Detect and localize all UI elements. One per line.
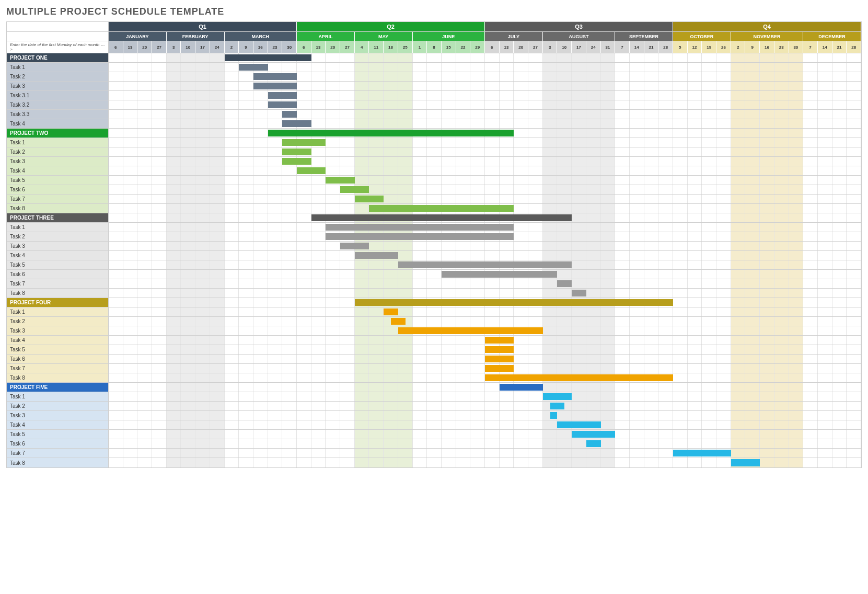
grid-cell[interactable] [369, 402, 384, 410]
grid-cell[interactable] [789, 270, 804, 279]
grid-cell[interactable] [109, 204, 123, 213]
grid-cell[interactable] [586, 110, 601, 119]
grid-cell[interactable] [615, 204, 630, 213]
grid-cell[interactable] [456, 110, 471, 119]
grid-cell[interactable] [152, 317, 167, 326]
grid-cell[interactable] [239, 242, 253, 250]
week-number-cell[interactable]: 22 [456, 41, 471, 53]
grid-cell[interactable] [152, 110, 167, 119]
grid-cell[interactable] [167, 204, 181, 213]
grid-cell[interactable] [818, 289, 832, 298]
grid-cell[interactable] [326, 147, 340, 156]
grid-cell[interactable] [803, 355, 818, 363]
grid-cell[interactable] [644, 364, 659, 373]
week-number-cell[interactable]: 17 [572, 41, 586, 53]
week-number-cell[interactable]: 17 [195, 41, 210, 53]
grid-cell[interactable] [760, 157, 774, 166]
grid-cell[interactable] [630, 336, 644, 345]
grid-cell[interactable] [326, 270, 340, 279]
grid-cell[interactable] [109, 411, 123, 420]
grid-cell[interactable] [369, 383, 384, 392]
grid-cell[interactable] [514, 242, 528, 250]
grid-cell[interactable] [702, 204, 716, 213]
grid-cell[interactable] [543, 307, 558, 316]
grid-cell[interactable] [268, 242, 283, 250]
grid-cell[interactable] [311, 458, 326, 467]
grid-cell[interactable] [601, 383, 616, 392]
grid-cell[interactable] [355, 82, 369, 90]
grid-cell[interactable] [789, 213, 804, 222]
grid-cell[interactable] [789, 166, 804, 175]
grid-cell[interactable] [760, 355, 774, 363]
grid-cell[interactable] [456, 383, 471, 392]
grid-cell[interactable] [702, 223, 716, 232]
grid-cell[interactable] [167, 270, 181, 279]
grid-cell[interactable] [528, 100, 543, 109]
grid-cell[interactable] [427, 364, 442, 373]
week-number-cell[interactable]: 18 [384, 41, 398, 53]
grid-cell[interactable] [557, 336, 572, 345]
grid-cell[interactable] [326, 364, 340, 373]
grid-cell[interactable] [832, 298, 847, 307]
grid-cell[interactable] [485, 317, 500, 326]
grid-cell[interactable] [181, 430, 195, 439]
grid-cell[interactable] [137, 251, 152, 260]
grid-cell[interactable] [282, 449, 297, 458]
grid-cell[interactable] [225, 289, 239, 298]
grid-cell[interactable] [658, 355, 673, 363]
grid-cell[interactable] [615, 279, 630, 288]
grid-cell[interactable] [586, 307, 601, 316]
grid-cell[interactable] [253, 129, 268, 138]
grid-cell[interactable] [398, 430, 413, 439]
grid-cell[interactable] [181, 157, 195, 166]
grid-cell[interactable] [282, 430, 297, 439]
grid-cell[interactable] [774, 166, 789, 175]
grid-cell[interactable] [832, 232, 847, 241]
grid-cell[interactable] [789, 449, 804, 458]
grid-cell[interactable] [442, 279, 456, 288]
grid-cell[interactable] [442, 430, 456, 439]
grid-cell[interactable] [615, 82, 630, 90]
grid-cell[interactable] [774, 439, 789, 448]
grid-cell[interactable] [152, 411, 167, 420]
grid-cell[interactable] [355, 364, 369, 373]
grid-cell[interactable] [688, 185, 702, 194]
grid-cell[interactable] [760, 289, 774, 298]
week-number-cell[interactable]: 2 [225, 41, 239, 53]
grid-cell[interactable] [340, 279, 355, 288]
grid-cell[interactable] [789, 251, 804, 260]
grid-cell[interactable] [485, 119, 500, 128]
grid-cell[interactable] [832, 355, 847, 363]
grid-cell[interactable] [427, 430, 442, 439]
grid-cell[interactable] [398, 402, 413, 410]
grid-cell[interactable] [152, 345, 167, 354]
grid-cell[interactable] [326, 345, 340, 354]
grid-cell[interactable] [601, 289, 616, 298]
grid-cell[interactable] [326, 53, 340, 62]
grid-cell[interactable] [167, 317, 181, 326]
grid-cell[interactable] [832, 345, 847, 354]
grid-cell[interactable] [268, 119, 283, 128]
grid-cell[interactable] [282, 289, 297, 298]
grid-cell[interactable] [774, 270, 789, 279]
grid-cell[interactable] [413, 402, 427, 410]
grid-cell[interactable] [123, 119, 138, 128]
grid-cell[interactable] [716, 119, 731, 128]
grid-cell[interactable] [514, 72, 528, 81]
grid-cell[interactable] [644, 72, 659, 81]
grid-cell[interactable] [586, 336, 601, 345]
grid-cell[interactable] [832, 166, 847, 175]
grid-cell[interactable] [297, 336, 311, 345]
grid-cell[interactable] [427, 100, 442, 109]
grid-cell[interactable] [456, 138, 471, 147]
grid-cell[interactable] [702, 392, 716, 401]
grid-cell[interactable] [282, 336, 297, 345]
grid-cell[interactable] [427, 439, 442, 448]
grid-cell[interactable] [586, 458, 601, 467]
grid-cell[interactable] [340, 317, 355, 326]
grid-cell[interactable] [326, 411, 340, 420]
grid-cell[interactable] [210, 204, 225, 213]
grid-cell[interactable] [427, 63, 442, 72]
grid-cell[interactable] [774, 289, 789, 298]
grid-cell[interactable] [109, 392, 123, 401]
